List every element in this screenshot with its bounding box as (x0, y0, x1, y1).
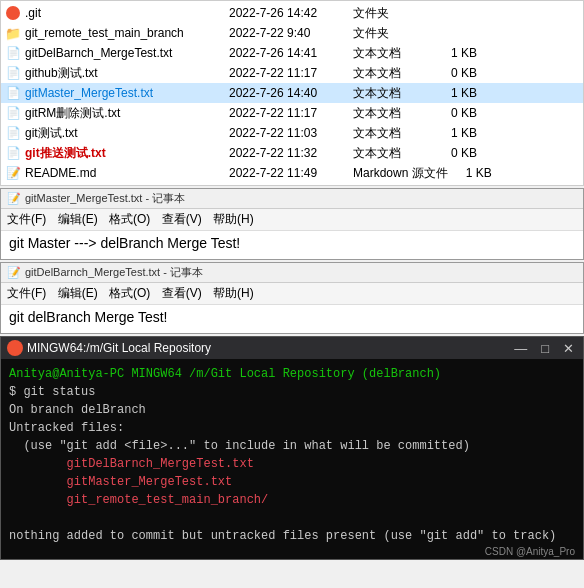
notepad-window-1: gitMaster_MergeTest.txt - 记事本 文件(F) 编辑(E… (0, 188, 584, 260)
notepad-icon-2 (7, 266, 21, 279)
notepad-window-2: gitDelBarnch_MergeTest.txt - 记事本 文件(F) 编… (0, 262, 584, 334)
file-date: 2022-7-22 11:49 (229, 166, 349, 180)
file-size: 0 KB (437, 66, 477, 80)
file-row[interactable]: git_remote_test_main_branch 2022-7-22 9:… (1, 23, 583, 43)
file-name: gitRM删除测试.txt (25, 105, 225, 122)
file-name: github测试.txt (25, 65, 225, 82)
menu-format-1[interactable]: 格式(O) (109, 212, 150, 226)
file-row[interactable]: github测试.txt 2022-7-22 11:17 文本文档 0 KB (1, 63, 583, 83)
file-name: git_remote_test_main_branch (25, 26, 225, 40)
txt-icon (5, 65, 21, 81)
terminal-titlebar: MINGW64:/m/Git Local Repository — □ ✕ (1, 337, 583, 359)
watermark: CSDN @Anitya_Pro (1, 544, 583, 559)
file-name: README.md (25, 166, 225, 180)
term-line: git_remote_test_main_branch/ (9, 491, 575, 509)
close-button[interactable]: ✕ (560, 341, 577, 356)
file-row[interactable]: git测试.txt 2022-7-22 11:03 文本文档 1 KB (1, 123, 583, 143)
folder-icon (5, 25, 21, 41)
file-type: 文本文档 (353, 125, 433, 142)
txt-icon (5, 105, 21, 121)
file-size: 0 KB (437, 106, 477, 120)
file-type: Markdown 源文件 (353, 165, 448, 182)
file-explorer: .git 2022-7-26 14:42 文件夹 git_remote_test… (0, 0, 584, 186)
notepad-content-1[interactable]: git Master ---> delBranch Merge Test! (1, 231, 583, 259)
notepad-titlebar-1: gitMaster_MergeTest.txt - 记事本 (1, 189, 583, 209)
terminal-controls: — □ ✕ (511, 341, 577, 356)
file-name: .git (25, 6, 225, 20)
file-date: 2022-7-26 14:40 (229, 86, 349, 100)
minimize-button[interactable]: — (511, 341, 530, 356)
file-type: 文本文档 (353, 145, 433, 162)
file-row[interactable]: gitMaster_MergeTest.txt 2022-7-26 14:40 … (1, 83, 583, 103)
file-name: git推送测试.txt (25, 145, 225, 162)
term-line: gitMaster_MergeTest.txt (9, 473, 575, 491)
file-row[interactable]: .git 2022-7-26 14:42 文件夹 (1, 3, 583, 23)
file-name: git测试.txt (25, 125, 225, 142)
menu-help-1[interactable]: 帮助(H) (213, 212, 254, 226)
file-type: 文本文档 (353, 65, 433, 82)
terminal-title: MINGW64:/m/Git Local Repository (27, 341, 507, 355)
file-type: 文件夹 (353, 25, 433, 42)
terminal-window: MINGW64:/m/Git Local Repository — □ ✕ An… (0, 336, 584, 560)
file-size: 1 KB (437, 86, 477, 100)
file-size: 1 KB (437, 126, 477, 140)
notepad-title-2: gitDelBarnch_MergeTest.txt - 记事本 (25, 265, 203, 280)
file-size: 1 KB (452, 166, 492, 180)
term-line: gitDelBarnch_MergeTest.txt (9, 455, 575, 473)
term-line: Untracked files: (9, 419, 575, 437)
file-size: 1 KB (437, 46, 477, 60)
file-type: 文本文档 (353, 105, 433, 122)
menu-edit-2[interactable]: 编辑(E) (58, 286, 98, 300)
file-date: 2022-7-22 11:17 (229, 66, 349, 80)
file-date: 2022-7-22 9:40 (229, 26, 349, 40)
term-nothing-line: nothing added to commit but untracked fi… (9, 527, 575, 544)
notepad-menubar-2[interactable]: 文件(F) 编辑(E) 格式(O) 查看(V) 帮助(H) (1, 283, 583, 305)
file-type: 文本文档 (353, 45, 433, 62)
menu-file-2[interactable]: 文件(F) (7, 286, 46, 300)
file-row[interactable]: README.md 2022-7-22 11:49 Markdown 源文件 1… (1, 163, 583, 183)
notepad-title-1: gitMaster_MergeTest.txt - 记事本 (25, 191, 185, 206)
term-line: $ git status (9, 383, 575, 401)
file-size: 0 KB (437, 146, 477, 160)
menu-view-1[interactable]: 查看(V) (162, 212, 202, 226)
menu-edit-1[interactable]: 编辑(E) (58, 212, 98, 226)
file-type: 文本文档 (353, 85, 433, 102)
file-row[interactable]: gitDelBarnch_MergeTest.txt 2022-7-26 14:… (1, 43, 583, 63)
file-row[interactable]: git推送测试.txt 2022-7-22 11:32 文本文档 0 KB (1, 143, 583, 163)
txt-icon (5, 45, 21, 61)
term-line: On branch delBranch (9, 401, 575, 419)
maximize-button[interactable]: □ (538, 341, 552, 356)
file-type: 文件夹 (353, 5, 433, 22)
file-name: gitMaster_MergeTest.txt (25, 86, 225, 100)
menu-format-2[interactable]: 格式(O) (109, 286, 150, 300)
term-line: (use "git add <file>..." to include in w… (9, 437, 575, 455)
notepad-menubar-1[interactable]: 文件(F) 编辑(E) 格式(O) 查看(V) 帮助(H) (1, 209, 583, 231)
file-row[interactable]: gitRM删除测试.txt 2022-7-22 11:17 文本文档 0 KB (1, 103, 583, 123)
term-line (9, 509, 575, 527)
menu-view-2[interactable]: 查看(V) (162, 286, 202, 300)
txt-icon (5, 145, 21, 161)
terminal-body[interactable]: Anitya@Anitya-PC MINGW64 /m/Git Local Re… (1, 359, 583, 544)
term-line: Anitya@Anitya-PC MINGW64 /m/Git Local Re… (9, 365, 575, 383)
file-date: 2022-7-26 14:41 (229, 46, 349, 60)
notepad-titlebar-2: gitDelBarnch_MergeTest.txt - 记事本 (1, 263, 583, 283)
file-date: 2022-7-22 11:03 (229, 126, 349, 140)
txt-icon (5, 125, 21, 141)
file-date: 2022-7-26 14:42 (229, 6, 349, 20)
md-icon (5, 165, 21, 181)
menu-help-2[interactable]: 帮助(H) (213, 286, 254, 300)
terminal-icon (7, 340, 23, 356)
file-date: 2022-7-22 11:17 (229, 106, 349, 120)
txt-icon (5, 85, 21, 101)
menu-file-1[interactable]: 文件(F) (7, 212, 46, 226)
notepad-content-2[interactable]: git delBranch Merge Test! (1, 305, 583, 333)
file-date: 2022-7-22 11:32 (229, 146, 349, 160)
file-name: gitDelBarnch_MergeTest.txt (25, 46, 225, 60)
git-icon (5, 5, 21, 21)
notepad-icon (7, 192, 21, 205)
